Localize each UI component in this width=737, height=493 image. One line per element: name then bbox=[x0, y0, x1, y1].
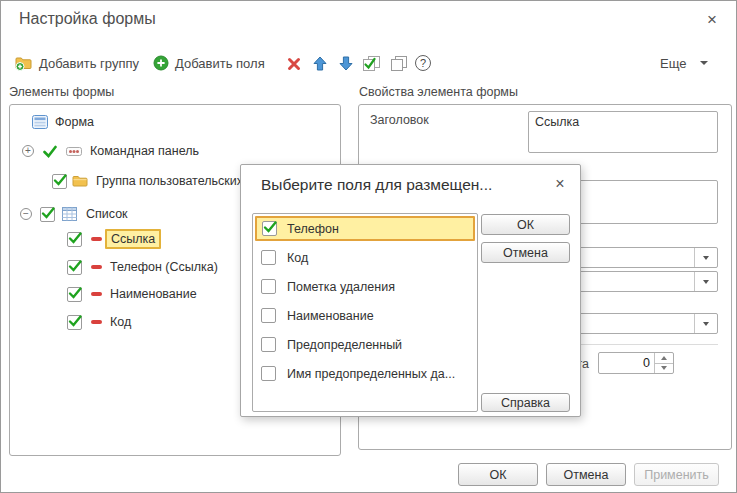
title-input-value: Ссылка bbox=[535, 115, 579, 129]
list-item-selected[interactable]: Телефон bbox=[255, 216, 475, 241]
field-icon bbox=[91, 320, 102, 324]
dialog-close-icon[interactable]: × bbox=[549, 173, 571, 195]
checkbox-unchecked[interactable] bbox=[261, 308, 276, 323]
right-panel-header: Свойства элемента формы bbox=[359, 85, 518, 99]
spinner-down-icon bbox=[661, 366, 667, 370]
height-spinner[interactable]: 0 bbox=[598, 352, 674, 374]
list-item[interactable]: Пометка удаления bbox=[253, 272, 477, 301]
more-label: Еще bbox=[660, 56, 686, 71]
tree-item-label: Телефон (Ссылка) bbox=[110, 260, 218, 274]
spinner-down-button[interactable] bbox=[655, 364, 673, 374]
close-icon[interactable]: × bbox=[700, 8, 724, 32]
add-group-button[interactable]: Добавить группу bbox=[15, 53, 139, 73]
check-all-icon bbox=[362, 55, 381, 72]
combo-dropdown-button[interactable] bbox=[694, 314, 717, 333]
tree-item-label: Список bbox=[86, 207, 128, 221]
checkbox-checked[interactable] bbox=[67, 287, 82, 302]
list-item-label: Пометка удаления bbox=[287, 280, 395, 294]
table-icon bbox=[62, 207, 77, 221]
title-input[interactable]: Ссылка bbox=[528, 111, 718, 153]
dialog-field-list: Телефон Код Пометка удаления Наименовани… bbox=[252, 213, 478, 412]
uncheck-all-button[interactable] bbox=[389, 54, 409, 72]
checkmark-icon[interactable] bbox=[43, 145, 57, 158]
add-group-label: Добавить группу bbox=[39, 56, 139, 71]
help-icon[interactable]: ? bbox=[415, 55, 431, 71]
add-fields-button[interactable]: Добавить поля bbox=[153, 53, 265, 73]
ok-button[interactable]: ОК bbox=[458, 463, 538, 486]
spinner-up-button[interactable] bbox=[655, 353, 673, 364]
checkbox-unchecked[interactable] bbox=[261, 279, 276, 294]
list-item-label: Код bbox=[287, 251, 308, 265]
spinner-up-icon bbox=[661, 356, 667, 360]
chevron-down-icon bbox=[700, 61, 708, 65]
height-spinner-value[interactable]: 0 bbox=[599, 353, 654, 373]
tree-item-label: Наименование bbox=[110, 287, 197, 301]
checkmark-icon bbox=[263, 220, 277, 233]
checkmark-icon bbox=[68, 259, 82, 272]
arrow-down-icon bbox=[339, 56, 353, 71]
checkmark-icon bbox=[68, 286, 82, 299]
selected-tree-item-label: Ссылка bbox=[105, 229, 161, 249]
list-item-label: Телефон bbox=[287, 222, 339, 236]
combo-dropdown-button[interactable] bbox=[694, 272, 717, 291]
folder-icon bbox=[72, 175, 88, 187]
collapse-icon[interactable]: − bbox=[20, 208, 32, 220]
move-down-button[interactable] bbox=[336, 54, 356, 72]
tree-item-label: Код bbox=[110, 315, 131, 329]
dropdown-arrow-icon bbox=[703, 322, 709, 326]
select-fields-dialog: Выберите поля для размещен... × Телефон … bbox=[240, 164, 581, 417]
combo-dropdown-button[interactable] bbox=[694, 248, 717, 267]
list-item-label: Имя предопределенных да... bbox=[287, 367, 455, 381]
more-button[interactable]: Еще bbox=[660, 54, 708, 72]
checkbox-checked[interactable] bbox=[52, 174, 67, 189]
field-icon bbox=[91, 292, 102, 296]
left-panel-header: Элементы формы bbox=[9, 85, 114, 99]
dialog-ok-button[interactable]: ОК bbox=[481, 214, 570, 235]
arrow-up-icon bbox=[313, 56, 327, 71]
tree-item-form[interactable]: Форма bbox=[11, 110, 339, 134]
list-item-label: Наименование bbox=[287, 309, 374, 323]
checkbox-checked[interactable] bbox=[40, 207, 55, 222]
apply-button: Применить bbox=[634, 463, 719, 486]
folder-plus-icon bbox=[15, 55, 33, 71]
add-circle-icon bbox=[153, 55, 169, 71]
checkmark-icon bbox=[41, 206, 55, 219]
checkmark-icon bbox=[68, 314, 82, 327]
tree-item-command-bar[interactable]: + Командная панель bbox=[11, 139, 339, 163]
delete-x-icon bbox=[287, 57, 301, 71]
cancel-button[interactable]: Отмена bbox=[546, 463, 626, 486]
dialog-cancel-button[interactable]: Отмена bbox=[481, 242, 570, 263]
checkbox-unchecked[interactable] bbox=[261, 250, 276, 265]
dropdown-arrow-icon bbox=[703, 256, 709, 260]
command-bar-icon bbox=[66, 147, 82, 156]
tree-item-label: Командная панель bbox=[90, 144, 199, 158]
form-settings-window: Настройка формы × Добавить группу Добави… bbox=[0, 0, 737, 493]
checkbox-unchecked[interactable] bbox=[261, 337, 276, 352]
list-item[interactable]: Наименование bbox=[253, 301, 477, 330]
checkbox-checked[interactable] bbox=[67, 232, 82, 247]
form-icon bbox=[32, 115, 48, 129]
list-item[interactable]: Имя предопределенных да... bbox=[253, 359, 477, 388]
move-up-button[interactable] bbox=[310, 54, 330, 72]
list-item[interactable]: Код bbox=[253, 243, 477, 272]
field-icon bbox=[91, 237, 102, 241]
expand-icon[interactable]: + bbox=[22, 145, 34, 157]
list-item[interactable]: Предопределенный bbox=[253, 330, 477, 359]
field-icon bbox=[91, 265, 102, 269]
checkbox-checked[interactable] bbox=[67, 260, 82, 275]
list-item-label: Предопределенный bbox=[287, 338, 402, 352]
checkmark-icon bbox=[53, 173, 67, 186]
checkbox-unchecked[interactable] bbox=[261, 366, 276, 381]
checkmark-icon bbox=[68, 231, 82, 244]
check-all-button[interactable] bbox=[361, 54, 381, 72]
spinner-buttons[interactable] bbox=[654, 353, 673, 373]
dialog-help-button[interactable]: Справка bbox=[481, 393, 570, 412]
add-fields-label: Добавить поля bbox=[175, 56, 265, 71]
title-field-label: Заголовок bbox=[370, 113, 429, 127]
delete-button[interactable] bbox=[284, 55, 304, 73]
uncheck-all-icon bbox=[390, 55, 408, 72]
checkbox-checked[interactable] bbox=[67, 315, 82, 330]
dialog-title: Выберите поля для размещен... bbox=[261, 176, 492, 194]
checkbox-checked[interactable] bbox=[262, 221, 277, 236]
tree-item-label: Группа пользовательских bbox=[96, 174, 243, 188]
